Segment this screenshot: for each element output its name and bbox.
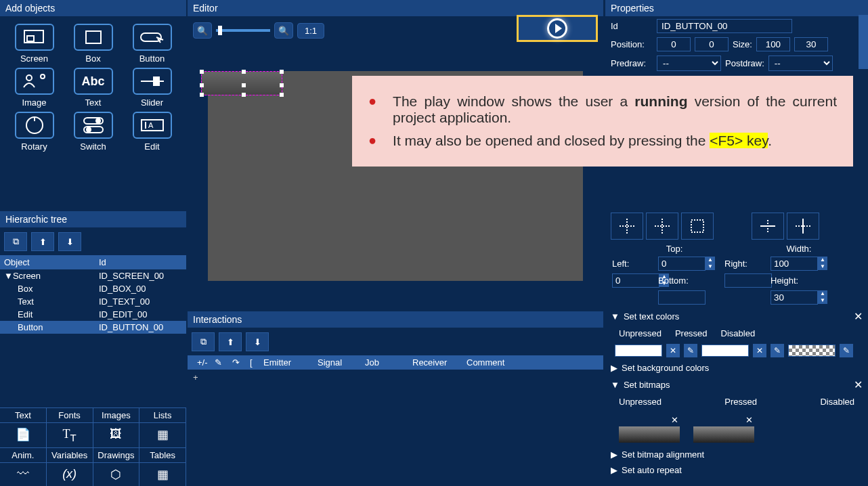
svg-rect-1	[27, 36, 34, 41]
add-objects-grid: Screen Box Button Image AbcText Slider R…	[0, 17, 186, 158]
tab-images[interactable]: Images	[93, 408, 140, 422]
int-copy-button[interactable]: ⧉	[192, 332, 215, 351]
pos-y-input[interactable]	[695, 37, 729, 51]
predraw-select[interactable]: --	[657, 56, 721, 71]
tab-drawings[interactable]: Drawings	[93, 448, 140, 462]
width-input[interactable]	[771, 257, 818, 271]
align-btn-2[interactable]	[646, 213, 678, 240]
postdraw-select[interactable]: --	[768, 56, 833, 71]
add-interaction-button[interactable]: +	[193, 372, 198, 382]
int-down-button[interactable]: ⬇	[246, 332, 269, 351]
interactions-body[interactable]: +	[188, 370, 603, 486]
remove-bitmap-icon[interactable]: ✕	[619, 414, 680, 426]
height-label: Height:	[771, 275, 831, 286]
height-input[interactable]	[771, 290, 818, 305]
zoom-slider[interactable]	[216, 29, 270, 32]
var-dock-icon[interactable]: (x)	[47, 463, 93, 486]
properties-scrollbar[interactable]	[859, 15, 868, 69]
edit-icon[interactable]: A	[133, 112, 172, 139]
tab-lists[interactable]: Lists	[139, 408, 186, 422]
set-text-colors-header[interactable]: ▼Set text colors✕	[605, 307, 868, 326]
play-icon	[547, 18, 567, 39]
tree-row-box[interactable]: BoxID_BOX_00	[0, 282, 186, 295]
slider-icon[interactable]	[133, 68, 172, 95]
tab-fonts[interactable]: Fonts	[47, 408, 93, 422]
interactions-header: Interactions	[188, 311, 603, 328]
pos-x-input[interactable]	[657, 37, 691, 51]
tree-row-edit[interactable]: EditID_EDIT_00	[0, 308, 186, 321]
down-button[interactable]: ⬇	[58, 232, 81, 251]
tree-row-screen[interactable]: ▼ScreenID_SCREEN_00	[0, 269, 186, 282]
images-dock-icon[interactable]: 🖼	[93, 423, 140, 447]
draw-dock-icon[interactable]: ⬡	[93, 463, 140, 486]
zoom-in-button[interactable]: 🔍	[274, 22, 293, 39]
screen-icon[interactable]	[15, 24, 54, 51]
lists-dock-icon[interactable]: ▦	[139, 423, 186, 447]
text-dock-icon[interactable]: 📄	[0, 423, 47, 447]
tab-text[interactable]: Text	[0, 408, 47, 422]
pressed-bitmap[interactable]	[693, 426, 754, 443]
interactions-cols: +/- ✎ ↷ [ Emitter Signal Job Receiver Co…	[188, 355, 603, 370]
help-callout: ●The play window shows the user a runnin…	[352, 76, 853, 167]
disabled-color-swatch[interactable]	[788, 345, 836, 357]
play-button[interactable]	[517, 15, 598, 42]
anim-dock-icon[interactable]: 〰	[0, 463, 47, 486]
clear-icon[interactable]: ✕	[666, 344, 680, 357]
picker-icon[interactable]: ✎	[840, 344, 853, 357]
top-input[interactable]	[658, 257, 706, 271]
rotary-icon[interactable]	[15, 112, 54, 139]
tree-row-button[interactable]: ButtonID_BUTTON_00	[0, 321, 186, 334]
close-icon[interactable]: ✕	[854, 310, 863, 323]
svg-point-13	[87, 128, 91, 132]
align-btn-1[interactable]	[611, 213, 643, 240]
remove-bitmap-icon[interactable]: ✕	[693, 414, 754, 426]
top-label: Top:	[612, 244, 737, 254]
bottom-label: Bottom:	[658, 275, 719, 286]
svg-rect-21	[691, 220, 703, 232]
set-bitmaps-header[interactable]: ▼Set bitmaps✕	[605, 376, 868, 394]
copy-button[interactable]: ⧉	[4, 232, 27, 251]
image-label: Image	[7, 97, 62, 108]
ratio-button[interactable]: 1:1	[297, 23, 324, 39]
set-bitmap-align-header[interactable]: ▶Set bitmap alignment	[605, 447, 868, 462]
id-input[interactable]	[657, 19, 792, 33]
up-button[interactable]: ⬆	[31, 232, 54, 251]
align-btn-3[interactable]	[681, 213, 714, 240]
bm-unpressed-label: Unpressed	[619, 397, 661, 407]
set-bg-colors-header[interactable]: ▶Set background colors	[605, 360, 868, 376]
tables-dock-icon[interactable]: ▦	[139, 463, 186, 486]
left-input[interactable]	[612, 273, 659, 288]
switch-icon[interactable]	[74, 112, 113, 139]
set-auto-repeat-header[interactable]: ▶Set auto repeat	[605, 462, 868, 478]
svg-point-11	[96, 119, 100, 123]
text-icon[interactable]: Abc	[74, 68, 113, 95]
button-icon[interactable]	[133, 24, 172, 51]
fonts-dock-icon[interactable]: TT	[47, 423, 93, 447]
id-label: Id	[611, 21, 653, 31]
size-h-input[interactable]	[794, 37, 828, 51]
close-icon[interactable]: ✕	[854, 378, 863, 391]
align-btn-5[interactable]	[787, 213, 819, 240]
pressed-label: Pressed	[675, 328, 708, 338]
image-icon[interactable]	[15, 68, 54, 95]
selected-object[interactable]	[201, 71, 282, 95]
predraw-label: Predraw:	[611, 58, 653, 68]
picker-icon[interactable]: ✎	[684, 344, 697, 357]
unpressed-color-swatch[interactable]	[615, 345, 662, 357]
align-btn-4[interactable]	[752, 213, 784, 240]
tab-anim[interactable]: Anim.	[0, 448, 47, 462]
bottom-input[interactable]	[658, 290, 706, 305]
tab-variables[interactable]: Variables	[47, 448, 93, 462]
int-up-button[interactable]: ⬆	[219, 332, 242, 351]
tree-row-text[interactable]: TextID_TEXT_00	[0, 295, 186, 308]
unpressed-bitmap[interactable]	[619, 426, 680, 443]
right-input[interactable]	[724, 273, 772, 288]
picker-icon[interactable]: ✎	[771, 344, 784, 357]
clear-icon[interactable]: ✕	[753, 344, 766, 357]
tab-tables[interactable]: Tables	[139, 448, 186, 462]
zoom-out-button[interactable]: 🔍	[193, 22, 212, 39]
box-icon[interactable]	[74, 24, 113, 51]
size-w-input[interactable]	[756, 37, 790, 51]
svg-point-4	[26, 75, 32, 81]
pressed-color-swatch[interactable]	[701, 345, 749, 357]
